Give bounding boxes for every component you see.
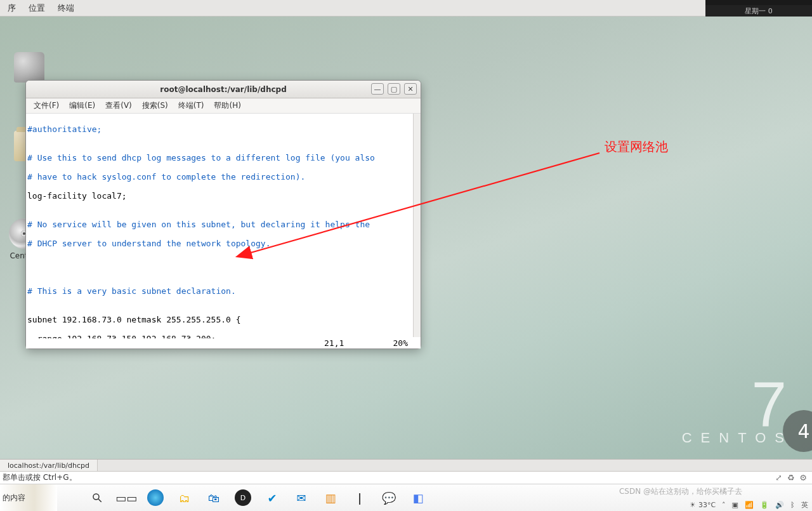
centos-branding: 7 CENTOS: [682, 379, 793, 446]
menu-view[interactable]: 查看(V): [100, 100, 137, 111]
menu-item-places[interactable]: 位置: [22, 3, 51, 14]
menu-item-apps[interactable]: 序: [1, 3, 22, 14]
tools-icon[interactable]: ⚙: [799, 473, 807, 482]
centos-version: 7: [682, 379, 793, 430]
close-icon: ✕: [407, 85, 413, 93]
term-line: # DHCP server to understand the network …: [27, 239, 419, 248]
minimize-icon: —: [374, 85, 381, 93]
bottom-area: localhost:/var/lib/dhcpd 郡单击或按 Ctrl+G。 ⤢…: [0, 459, 812, 511]
panel-clock-label: 星期一 0: [745, 6, 773, 16]
terminal-menubar: 文件(F) 编辑(E) 查看(V) 搜索(S) 终端(T) 帮助(H): [26, 98, 421, 114]
tray-volume-icon[interactable]: 🔊: [775, 501, 784, 509]
desktop[interactable]: 回 主 CentOS 7 CENTOS 4 root@localhost:/va…: [0, 17, 812, 459]
window-titlebar[interactable]: root@localhost:/var/lib/dhcpd — ▢ ✕: [26, 81, 421, 98]
menu-item-terminal[interactable]: 终端: [51, 3, 81, 14]
recycle-icon[interactable]: ♻: [787, 473, 795, 482]
temperature-value: 33°C: [698, 501, 716, 509]
annotation-text: 设置网络池: [605, 138, 668, 156]
mail-icon[interactable]: ✉: [293, 489, 310, 506]
menu-edit[interactable]: 编辑(E): [64, 100, 100, 111]
app-icon[interactable]: ◧: [410, 489, 426, 506]
tray-ime-label[interactable]: 英: [801, 500, 808, 510]
vm-hint-text: 郡单击或按 Ctrl+G。: [3, 472, 77, 483]
sun-icon: ☀: [690, 501, 696, 509]
svg-point-2: [93, 494, 99, 500]
store-icon[interactable]: 🛍: [206, 489, 222, 506]
tray-app-icon[interactable]: ▣: [732, 501, 738, 509]
close-button[interactable]: ✕: [404, 83, 417, 95]
file-explorer-icon[interactable]: 🗂: [176, 489, 193, 506]
trash-icon: [14, 52, 44, 83]
wechat-icon[interactable]: 💬: [381, 489, 397, 506]
expand-icon[interactable]: ⤢: [775, 473, 782, 482]
menu-terminal[interactable]: 终端(T): [173, 100, 209, 111]
system-tray: ☀ 33°C ˄ ▣ 📶 🔋 🔊 ᛒ 英: [690, 500, 808, 510]
content-label: 的内容: [3, 493, 25, 503]
term-line: log-facility local7;: [27, 191, 419, 201]
panel-clock: 星期一 0: [705, 5, 812, 17]
desktop-menubar: 序 位置 终端: [0, 0, 812, 17]
weather-widget[interactable]: ☀ 33°C: [690, 501, 716, 509]
menu-search[interactable]: 搜索(S): [137, 100, 173, 111]
term-line: # have to hack syslog.conf to complete t…: [27, 172, 419, 182]
taskbar-tab-label: localhost:/var/lib/dhcpd: [8, 461, 89, 470]
taskbar-divider: |: [351, 489, 368, 506]
task-view-icon[interactable]: ▭▭: [118, 489, 134, 506]
terminal-status: 21,1 20%: [26, 338, 413, 348]
term-line: # No service will be given on this subne…: [27, 220, 419, 229]
vm-hint-bar: 郡单击或按 Ctrl+G。 ⤢ ♻ ⚙: [0, 472, 812, 484]
vmware-icon[interactable]: ▥: [322, 489, 339, 506]
term-line: subnet 192.168.73.0 netmask 255.255.255.…: [27, 315, 419, 324]
terminal-window: root@localhost:/var/lib/dhcpd — ▢ ✕ 文件(F…: [25, 80, 421, 349]
terminal-scrollbar[interactable]: [413, 114, 421, 337]
notification-badge-value: 4: [797, 420, 809, 442]
maximize-button[interactable]: ▢: [388, 83, 400, 95]
tray-chevron-up-icon[interactable]: ˄: [722, 501, 726, 509]
dell-icon[interactable]: D: [235, 489, 251, 506]
status-pct: 20%: [381, 338, 413, 348]
term-line: #authoritative;: [27, 124, 419, 134]
window-title: root@localhost:/var/lib/dhcpd: [26, 85, 421, 94]
windows-taskbar: 的内容 ▭▭ 🗂 🛍 D ✔ ✉ ▥ | 💬 ◧ CSDN @站在这别动，给你买…: [0, 484, 812, 511]
menu-help[interactable]: 帮助(H): [209, 100, 246, 111]
maximize-icon: ▢: [391, 85, 397, 93]
gnome-taskbar: localhost:/var/lib/dhcpd: [0, 459, 812, 472]
edge-icon[interactable]: [147, 489, 164, 506]
minimize-button[interactable]: —: [371, 83, 384, 95]
tray-bluetooth-icon[interactable]: ᛒ: [790, 501, 795, 509]
term-line: # This is a very basic subnet declaratio…: [27, 286, 419, 296]
status-pos: 21,1: [324, 338, 381, 348]
todo-icon[interactable]: ✔: [264, 489, 280, 506]
search-icon[interactable]: [89, 489, 105, 506]
centos-word: CENTOS: [682, 430, 793, 446]
csdn-watermark: CSDN @站在这别动，给你买橘子去: [619, 486, 742, 497]
terminal-body[interactable]: #authoritative; # Use this to send dhcp …: [26, 114, 421, 348]
term-line: # Use this to send dhcp log messages to …: [27, 153, 419, 163]
svg-line-3: [98, 499, 102, 502]
panel-dark-strip: [705, 0, 812, 5]
window-buttons: — ▢ ✕: [371, 83, 417, 95]
taskbar-tab-terminal[interactable]: localhost:/var/lib/dhcpd: [0, 460, 98, 471]
menu-file[interactable]: 文件(F): [29, 100, 64, 111]
tray-network-icon[interactable]: 📶: [745, 501, 754, 509]
tray-battery-icon[interactable]: 🔋: [760, 501, 769, 509]
